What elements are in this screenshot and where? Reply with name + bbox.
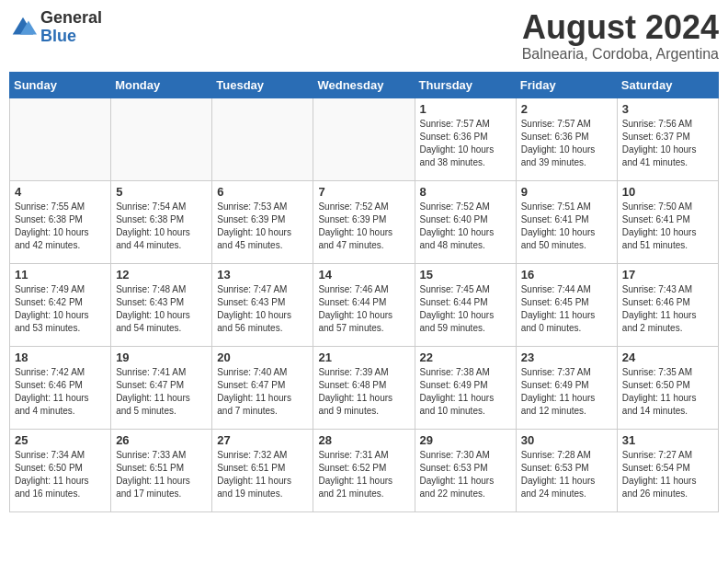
- calendar-cell: 1Sunrise: 7:57 AMSunset: 6:36 PMDaylight…: [415, 98, 516, 180]
- calendar-header-monday: Monday: [111, 72, 212, 98]
- calendar-cell: 19Sunrise: 7:41 AMSunset: 6:47 PMDayligh…: [111, 346, 212, 429]
- subtitle: Balnearia, Cordoba, Argentina: [522, 46, 719, 63]
- day-info: Sunrise: 7:50 AMSunset: 6:41 PMDaylight:…: [622, 201, 713, 252]
- calendar-header-tuesday: Tuesday: [212, 72, 313, 98]
- calendar-header-row: SundayMondayTuesdayWednesdayThursdayFrid…: [10, 72, 719, 98]
- calendar-cell: 25Sunrise: 7:34 AMSunset: 6:50 PMDayligh…: [10, 429, 111, 511]
- calendar-cell: 29Sunrise: 7:30 AMSunset: 6:53 PMDayligh…: [415, 429, 516, 511]
- day-info: Sunrise: 7:31 AMSunset: 6:52 PMDaylight:…: [318, 449, 409, 500]
- calendar-cell: 11Sunrise: 7:49 AMSunset: 6:42 PMDayligh…: [10, 263, 111, 346]
- calendar-header-sunday: Sunday: [10, 72, 111, 98]
- day-info: Sunrise: 7:39 AMSunset: 6:48 PMDaylight:…: [318, 366, 409, 418]
- day-info: Sunrise: 7:55 AMSunset: 6:38 PMDaylight:…: [15, 201, 106, 252]
- day-info: Sunrise: 7:35 AMSunset: 6:50 PMDaylight:…: [622, 366, 713, 418]
- page-header: General Blue August 2024 Balnearia, Cord…: [9, 9, 719, 63]
- calendar-header-wednesday: Wednesday: [313, 72, 415, 98]
- calendar-cell: 30Sunrise: 7:28 AMSunset: 6:53 PMDayligh…: [516, 429, 617, 511]
- day-number: 5: [116, 185, 207, 199]
- day-number: 31: [622, 433, 713, 447]
- calendar-cell: 18Sunrise: 7:42 AMSunset: 6:46 PMDayligh…: [10, 346, 111, 429]
- calendar-cell: 15Sunrise: 7:45 AMSunset: 6:44 PMDayligh…: [415, 263, 516, 346]
- day-info: Sunrise: 7:52 AMSunset: 6:40 PMDaylight:…: [420, 201, 511, 252]
- calendar-cell: 4Sunrise: 7:55 AMSunset: 6:38 PMDaylight…: [10, 180, 111, 263]
- day-info: Sunrise: 7:42 AMSunset: 6:46 PMDaylight:…: [15, 366, 106, 418]
- calendar-cell: 6Sunrise: 7:53 AMSunset: 6:39 PMDaylight…: [212, 180, 313, 263]
- day-info: Sunrise: 7:46 AMSunset: 6:44 PMDaylight:…: [318, 283, 409, 335]
- calendar-week-5: 25Sunrise: 7:34 AMSunset: 6:50 PMDayligh…: [10, 429, 719, 511]
- day-number: 14: [318, 268, 409, 282]
- day-number: 28: [318, 433, 409, 447]
- day-info: Sunrise: 7:27 AMSunset: 6:54 PMDaylight:…: [622, 449, 713, 500]
- day-number: 21: [318, 350, 409, 364]
- day-info: Sunrise: 7:37 AMSunset: 6:49 PMDaylight:…: [521, 366, 612, 418]
- day-info: Sunrise: 7:52 AMSunset: 6:39 PMDaylight:…: [318, 201, 409, 252]
- day-info: Sunrise: 7:57 AMSunset: 6:36 PMDaylight:…: [521, 118, 612, 169]
- day-info: Sunrise: 7:44 AMSunset: 6:45 PMDaylight:…: [521, 283, 612, 335]
- day-info: Sunrise: 7:32 AMSunset: 6:51 PMDaylight:…: [217, 449, 308, 500]
- calendar-cell: 7Sunrise: 7:52 AMSunset: 6:39 PMDaylight…: [313, 180, 415, 263]
- calendar-cell: [212, 98, 313, 180]
- day-info: Sunrise: 7:38 AMSunset: 6:49 PMDaylight:…: [420, 366, 511, 418]
- day-number: 6: [217, 185, 308, 199]
- day-number: 11: [15, 268, 106, 282]
- day-number: 29: [420, 433, 511, 447]
- calendar-cell: 16Sunrise: 7:44 AMSunset: 6:45 PMDayligh…: [516, 263, 617, 346]
- day-number: 26: [116, 433, 207, 447]
- day-info: Sunrise: 7:56 AMSunset: 6:37 PMDaylight:…: [622, 118, 713, 169]
- calendar-cell: 27Sunrise: 7:32 AMSunset: 6:51 PMDayligh…: [212, 429, 313, 511]
- day-info: Sunrise: 7:34 AMSunset: 6:50 PMDaylight:…: [15, 449, 106, 500]
- day-number: 15: [420, 268, 511, 282]
- calendar-cell: 10Sunrise: 7:50 AMSunset: 6:41 PMDayligh…: [617, 180, 718, 263]
- calendar-header-thursday: Thursday: [415, 72, 516, 98]
- calendar-cell: 23Sunrise: 7:37 AMSunset: 6:49 PMDayligh…: [516, 346, 617, 429]
- day-info: Sunrise: 7:51 AMSunset: 6:41 PMDaylight:…: [521, 201, 612, 252]
- day-number: 3: [622, 102, 713, 116]
- day-info: Sunrise: 7:45 AMSunset: 6:44 PMDaylight:…: [420, 283, 511, 335]
- day-number: 18: [15, 350, 106, 364]
- calendar-week-3: 11Sunrise: 7:49 AMSunset: 6:42 PMDayligh…: [10, 263, 719, 346]
- day-number: 1: [420, 102, 511, 116]
- logo-icon: [9, 14, 37, 41]
- day-number: 10: [622, 185, 713, 199]
- day-number: 25: [15, 433, 106, 447]
- calendar-cell: 20Sunrise: 7:40 AMSunset: 6:47 PMDayligh…: [212, 346, 313, 429]
- calendar-cell: 13Sunrise: 7:47 AMSunset: 6:43 PMDayligh…: [212, 263, 313, 346]
- day-number: 17: [622, 268, 713, 282]
- calendar-cell: 9Sunrise: 7:51 AMSunset: 6:41 PMDaylight…: [516, 180, 617, 263]
- calendar-cell: 17Sunrise: 7:43 AMSunset: 6:46 PMDayligh…: [617, 263, 718, 346]
- calendar-cell: 31Sunrise: 7:27 AMSunset: 6:54 PMDayligh…: [617, 429, 718, 511]
- calendar-cell: 14Sunrise: 7:46 AMSunset: 6:44 PMDayligh…: [313, 263, 415, 346]
- day-info: Sunrise: 7:49 AMSunset: 6:42 PMDaylight:…: [15, 283, 106, 335]
- day-info: Sunrise: 7:40 AMSunset: 6:47 PMDaylight:…: [217, 366, 308, 418]
- calendar-table: SundayMondayTuesdayWednesdayThursdayFrid…: [9, 72, 719, 512]
- day-number: 13: [217, 268, 308, 282]
- day-number: 27: [217, 433, 308, 447]
- day-number: 22: [420, 350, 511, 364]
- calendar-cell: 28Sunrise: 7:31 AMSunset: 6:52 PMDayligh…: [313, 429, 415, 511]
- calendar-cell: [10, 98, 111, 180]
- day-info: Sunrise: 7:53 AMSunset: 6:39 PMDaylight:…: [217, 201, 308, 252]
- day-number: 12: [116, 268, 207, 282]
- calendar-cell: 3Sunrise: 7:56 AMSunset: 6:37 PMDaylight…: [617, 98, 718, 180]
- calendar-cell: 8Sunrise: 7:52 AMSunset: 6:40 PMDaylight…: [415, 180, 516, 263]
- calendar-cell: [313, 98, 415, 180]
- calendar-header-saturday: Saturday: [617, 72, 718, 98]
- calendar-cell: 26Sunrise: 7:33 AMSunset: 6:51 PMDayligh…: [111, 429, 212, 511]
- calendar-cell: 12Sunrise: 7:48 AMSunset: 6:43 PMDayligh…: [111, 263, 212, 346]
- day-info: Sunrise: 7:54 AMSunset: 6:38 PMDaylight:…: [116, 201, 207, 252]
- day-info: Sunrise: 7:28 AMSunset: 6:53 PMDaylight:…: [521, 449, 612, 500]
- calendar-cell: 5Sunrise: 7:54 AMSunset: 6:38 PMDaylight…: [111, 180, 212, 263]
- calendar-cell: [111, 98, 212, 180]
- day-info: Sunrise: 7:33 AMSunset: 6:51 PMDaylight:…: [116, 449, 207, 500]
- calendar-cell: 21Sunrise: 7:39 AMSunset: 6:48 PMDayligh…: [313, 346, 415, 429]
- logo-blue: Blue: [40, 28, 102, 46]
- day-number: 30: [521, 433, 612, 447]
- calendar-week-4: 18Sunrise: 7:42 AMSunset: 6:46 PMDayligh…: [10, 346, 719, 429]
- day-info: Sunrise: 7:48 AMSunset: 6:43 PMDaylight:…: [116, 283, 207, 335]
- title-block: August 2024 Balnearia, Cordoba, Argentin…: [522, 9, 719, 63]
- day-info: Sunrise: 7:47 AMSunset: 6:43 PMDaylight:…: [217, 283, 308, 335]
- day-number: 4: [15, 185, 106, 199]
- day-info: Sunrise: 7:57 AMSunset: 6:36 PMDaylight:…: [420, 118, 511, 169]
- day-number: 7: [318, 185, 409, 199]
- calendar-cell: 22Sunrise: 7:38 AMSunset: 6:49 PMDayligh…: [415, 346, 516, 429]
